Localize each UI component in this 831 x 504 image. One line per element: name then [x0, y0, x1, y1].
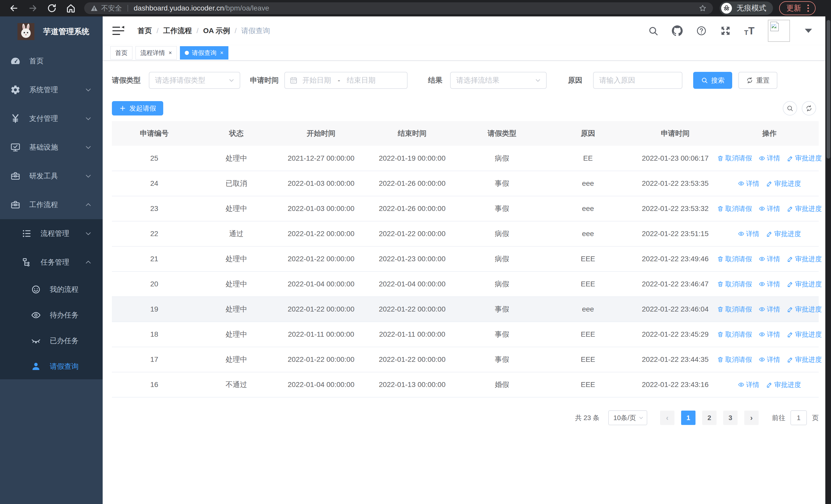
- sidebar-item-7[interactable]: 任务管理: [0, 248, 103, 277]
- eye-closed-icon: [31, 336, 41, 346]
- reset-button-label: 重置: [756, 76, 770, 85]
- sidebar-item-3[interactable]: 基础设施: [0, 133, 103, 162]
- result-select[interactable]: 请选择流结果: [450, 72, 547, 89]
- cell-end: 2022-01-13 00:00:00: [366, 372, 458, 397]
- cell-end: 2022-01-26 00:00:00: [366, 171, 458, 196]
- cancel-action-link[interactable]: 取消请假: [717, 280, 752, 289]
- leave-type-select[interactable]: 请选择请假类型: [149, 72, 240, 89]
- prev-page-button[interactable]: ‹: [660, 411, 675, 425]
- sidebar-item-8[interactable]: 我的流程: [0, 277, 103, 302]
- reset-button[interactable]: 重置: [738, 72, 777, 89]
- progress-action-link[interactable]: 审批进度: [787, 305, 822, 314]
- progress-action-link[interactable]: 审批进度: [766, 230, 801, 238]
- page-button-1[interactable]: 1: [681, 411, 695, 425]
- tab-0[interactable]: 首页: [110, 46, 133, 60]
- page-button-3[interactable]: 3: [723, 411, 738, 425]
- progress-action-link[interactable]: 审批进度: [787, 204, 822, 213]
- page-scrollbar-thumb[interactable]: [827, 20, 830, 158]
- table-row: 20处理中2022-01-04 00:00:002022-01-04 00:00…: [112, 271, 819, 297]
- detail-action-link[interactable]: 详情: [758, 355, 780, 364]
- progress-action-link[interactable]: 审批进度: [766, 380, 801, 389]
- header-search-icon[interactable]: [648, 25, 659, 36]
- progress-action-link[interactable]: 审批进度: [787, 330, 822, 339]
- progress-action-link[interactable]: 审批进度: [787, 154, 822, 163]
- fullscreen-icon[interactable]: [720, 25, 731, 36]
- leave-table: 申请编号状态开始时间结束时间请假类型原因申请时间操作 25处理中2021-12-…: [112, 121, 819, 397]
- sidebar-item-0[interactable]: 首页: [0, 47, 103, 76]
- breadcrumb-item-1[interactable]: 工作流程: [163, 26, 192, 36]
- page-scrollbar[interactable]: [825, 17, 831, 504]
- cancel-action-link[interactable]: 取消请假: [717, 204, 752, 213]
- detail-action-link[interactable]: 详情: [738, 230, 760, 238]
- detail-action-link[interactable]: 详情: [758, 330, 780, 339]
- breadcrumb-item-2[interactable]: OA 示例: [203, 26, 230, 36]
- progress-action-link[interactable]: 审批进度: [787, 255, 822, 264]
- action-label: 审批进度: [774, 380, 801, 389]
- progress-action-link[interactable]: 审批进度: [787, 280, 822, 289]
- sidebar-item-2[interactable]: 支付管理: [0, 104, 103, 133]
- cancel-action-link[interactable]: 取消请假: [717, 330, 752, 339]
- sidebar-item-11[interactable]: 请假查询: [0, 354, 103, 379]
- browser-forward-icon[interactable]: [28, 3, 38, 13]
- detail-action-link[interactable]: 详情: [758, 204, 780, 213]
- toggle-search-button[interactable]: [783, 101, 797, 116]
- tab-2[interactable]: 请假查询×: [180, 46, 228, 60]
- browser-address-bar[interactable]: 不安全 dashboard.yudao.iocoder.cn/bpm/oa/le…: [84, 2, 713, 14]
- trash-icon: [717, 256, 725, 262]
- tab-close-icon[interactable]: ×: [220, 50, 224, 56]
- browser-reload-icon[interactable]: [47, 3, 57, 13]
- detail-action-link[interactable]: 详情: [738, 380, 760, 389]
- detail-action-link[interactable]: 详情: [758, 255, 780, 264]
- browser-menu-icon[interactable]: [805, 4, 811, 12]
- reason-input[interactable]: 请输入原因: [593, 72, 682, 89]
- cell-end: 2022-01-19 00:00:00: [366, 146, 458, 171]
- browser-update-button[interactable]: 更新: [779, 1, 815, 15]
- cancel-action-link[interactable]: 取消请假: [717, 355, 752, 364]
- cancel-action-link[interactable]: 取消请假: [717, 154, 752, 163]
- cell-status: 处理中: [197, 347, 276, 372]
- user-avatar[interactable]: [768, 20, 790, 42]
- detail-action-link[interactable]: 详情: [758, 280, 780, 289]
- detail-action-link[interactable]: 详情: [738, 179, 760, 188]
- tab-1[interactable]: 流程详情×: [136, 46, 177, 60]
- view-eye-icon: [758, 331, 767, 338]
- search-button[interactable]: 搜索: [693, 72, 732, 89]
- sidebar-item-10[interactable]: 已办任务: [0, 328, 103, 354]
- create-leave-button[interactable]: 发起请假: [112, 101, 163, 116]
- page-size-select[interactable]: 10条/页: [608, 410, 647, 425]
- column-header-2: 开始时间: [276, 121, 366, 146]
- edit-icon: [766, 381, 774, 388]
- cell-reason: EEE: [546, 322, 630, 347]
- jump-page-input[interactable]: 1: [791, 410, 807, 425]
- page-button-2[interactable]: 2: [702, 411, 717, 425]
- chevron-down-icon: [228, 77, 235, 84]
- sidebar-item-4[interactable]: 研发工具: [0, 162, 103, 190]
- app-logo-row[interactable]: 芋道管理系统: [0, 17, 103, 47]
- bookmark-star-icon[interactable]: [698, 4, 707, 12]
- detail-action-link[interactable]: 详情: [758, 305, 780, 314]
- browser-home-icon[interactable]: [66, 3, 76, 13]
- chevron-down-icon: [85, 86, 92, 93]
- font-size-icon[interactable]: TT: [744, 26, 754, 36]
- cancel-action-link[interactable]: 取消请假: [717, 305, 752, 314]
- detail-action-link[interactable]: 详情: [758, 154, 780, 163]
- cancel-action-link[interactable]: 取消请假: [717, 255, 752, 264]
- progress-action-link[interactable]: 审批进度: [766, 179, 801, 188]
- sidebar-item-5[interactable]: 工作流程: [0, 190, 103, 219]
- avatar-dropdown-icon[interactable]: [805, 29, 812, 33]
- tab-close-icon[interactable]: ×: [169, 50, 172, 56]
- sidebar-item-9[interactable]: 待办任务: [0, 302, 103, 328]
- sidebar-item-1[interactable]: 系统管理: [0, 76, 103, 104]
- security-warning-icon[interactable]: [90, 4, 98, 12]
- browser-back-icon[interactable]: [9, 3, 19, 13]
- apply-time-range-picker[interactable]: 开始日期 - 结束日期: [284, 72, 407, 89]
- cell-reason: eee: [546, 221, 630, 246]
- next-page-button[interactable]: ›: [744, 411, 758, 425]
- sidebar-fold-icon[interactable]: [112, 25, 125, 36]
- refresh-table-button[interactable]: [802, 101, 816, 116]
- help-icon[interactable]: [696, 25, 707, 36]
- sidebar-item-6[interactable]: 流程管理: [0, 219, 103, 248]
- breadcrumb-item-0[interactable]: 首页: [138, 26, 152, 36]
- github-icon[interactable]: [672, 25, 683, 36]
- progress-action-link[interactable]: 审批进度: [787, 355, 822, 364]
